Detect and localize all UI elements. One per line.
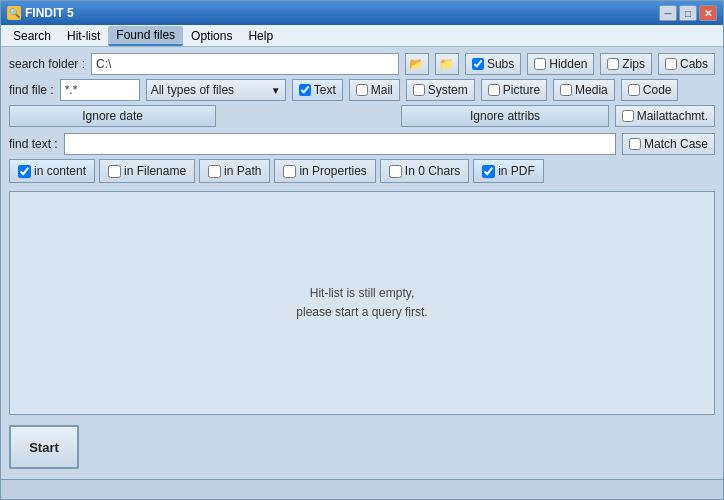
in-0-chars-label: In 0 Chars [405,164,460,178]
folder-icon: 📁 [439,57,454,71]
subs-checkbox-btn[interactable]: Subs [465,53,521,75]
code-type-checkbox[interactable] [628,84,640,96]
match-case-checkbox-btn[interactable]: Match Case [622,133,715,155]
menu-bar: Search Hit-list Found files Options Help [1,25,723,47]
find-text-row: find text : Match Case [9,133,715,155]
dropdown-arrow-icon: ▼ [271,85,281,96]
media-type-label: Media [575,83,608,97]
in-content-btn[interactable]: in content [9,159,95,183]
ignore-date-button[interactable]: Ignore date [9,105,216,127]
ignore-date-label: Ignore date [82,109,143,123]
ignore-attribs-label: Ignore attribs [470,109,540,123]
results-line1: Hit-list is still empty, [296,284,427,303]
picture-type-label: Picture [503,83,540,97]
subs-checkbox[interactable] [472,58,484,70]
mail-type-checkbox[interactable] [356,84,368,96]
status-bar [1,479,723,499]
results-line2: please start a query first. [296,303,427,322]
in-pdf-label: in PDF [498,164,535,178]
in-filename-btn[interactable]: in Filename [99,159,195,183]
ignore-attribs-button[interactable]: Ignore attribs [401,105,608,127]
results-panel: Hit-list is still empty, please start a … [9,191,715,415]
code-checkbox-btn[interactable]: Code [621,79,679,101]
menu-found-files[interactable]: Found files [108,26,183,46]
text-type-label: Text [314,83,336,97]
hidden-checkbox[interactable] [534,58,546,70]
in-properties-label: in Properties [299,164,366,178]
menu-hitlist[interactable]: Hit-list [59,27,108,45]
subs-label: Subs [487,57,514,71]
browse-folder-button-2[interactable]: 📁 [435,53,459,75]
system-checkbox-btn[interactable]: System [406,79,475,101]
menu-options[interactable]: Options [183,27,240,45]
file-type-label: All types of files [151,83,234,97]
in-properties-btn[interactable]: in Properties [274,159,375,183]
search-folder-row: search folder : 📂 📁 Subs Hidden Zips [9,53,715,75]
system-type-label: System [428,83,468,97]
in-pdf-btn[interactable]: in PDF [473,159,544,183]
text-type-checkbox[interactable] [299,84,311,96]
search-options-row: in content in Filename in Path in Proper… [9,159,715,183]
in-path-label: in Path [224,164,261,178]
text-checkbox-btn[interactable]: Text [292,79,343,101]
browse-folder-button-1[interactable]: 📂 [405,53,429,75]
mailattachmt-label: Mailattachmt. [637,109,708,123]
in-content-checkbox[interactable] [18,165,31,178]
file-type-dropdown[interactable]: All types of files ▼ [146,79,286,101]
main-content: search folder : 📂 📁 Subs Hidden Zips [1,47,723,479]
picture-type-checkbox[interactable] [488,84,500,96]
find-text-label: find text : [9,137,58,151]
in-filename-label: in Filename [124,164,186,178]
folder-open-icon: 📂 [409,57,424,71]
mail-type-label: Mail [371,83,393,97]
hidden-label: Hidden [549,57,587,71]
mailattachmt-checkbox-btn[interactable]: Mailattachmt. [615,105,715,127]
main-window: 🔍 FINDIT 5 ─ □ ✕ Search Hit-list Found f… [0,0,724,500]
find-text-input[interactable] [64,133,616,155]
find-file-label: find file : [9,83,54,97]
code-type-label: Code [643,83,672,97]
in-properties-checkbox[interactable] [283,165,296,178]
title-bar: 🔍 FINDIT 5 ─ □ ✕ [1,1,723,25]
system-type-checkbox[interactable] [413,84,425,96]
start-btn-container: Start [9,425,715,469]
in-path-btn[interactable]: in Path [199,159,270,183]
cabs-checkbox[interactable] [665,58,677,70]
picture-checkbox-btn[interactable]: Picture [481,79,547,101]
in-path-checkbox[interactable] [208,165,221,178]
match-case-checkbox[interactable] [629,138,641,150]
find-file-input[interactable] [60,79,140,101]
cabs-checkbox-btn[interactable]: Cabs [658,53,715,75]
hidden-checkbox-btn[interactable]: Hidden [527,53,594,75]
menu-help[interactable]: Help [240,27,281,45]
ignore-row: Ignore date Ignore attribs Mailattachmt. [9,105,715,127]
mailattachmt-checkbox[interactable] [622,110,634,122]
app-icon: 🔍 [7,6,21,20]
window-controls: ─ □ ✕ [659,5,717,21]
in-0-chars-checkbox[interactable] [389,165,402,178]
search-folder-label: search folder : [9,57,85,71]
zips-checkbox[interactable] [607,58,619,70]
search-folder-input[interactable] [91,53,399,75]
in-content-label: in content [34,164,86,178]
maximize-button[interactable]: □ [679,5,697,21]
mail-checkbox-btn[interactable]: Mail [349,79,400,101]
zips-label: Zips [622,57,645,71]
window-title: FINDIT 5 [25,6,659,20]
minimize-button[interactable]: ─ [659,5,677,21]
zips-checkbox-btn[interactable]: Zips [600,53,652,75]
menu-search[interactable]: Search [5,27,59,45]
results-empty-message: Hit-list is still empty, please start a … [296,284,427,322]
cabs-label: Cabs [680,57,708,71]
in-0-chars-btn[interactable]: In 0 Chars [380,159,469,183]
media-type-checkbox[interactable] [560,84,572,96]
in-pdf-checkbox[interactable] [482,165,495,178]
media-checkbox-btn[interactable]: Media [553,79,615,101]
find-file-row: find file : All types of files ▼ Text Ma… [9,79,715,101]
start-button[interactable]: Start [9,425,79,469]
in-filename-checkbox[interactable] [108,165,121,178]
close-button[interactable]: ✕ [699,5,717,21]
match-case-label: Match Case [644,137,708,151]
